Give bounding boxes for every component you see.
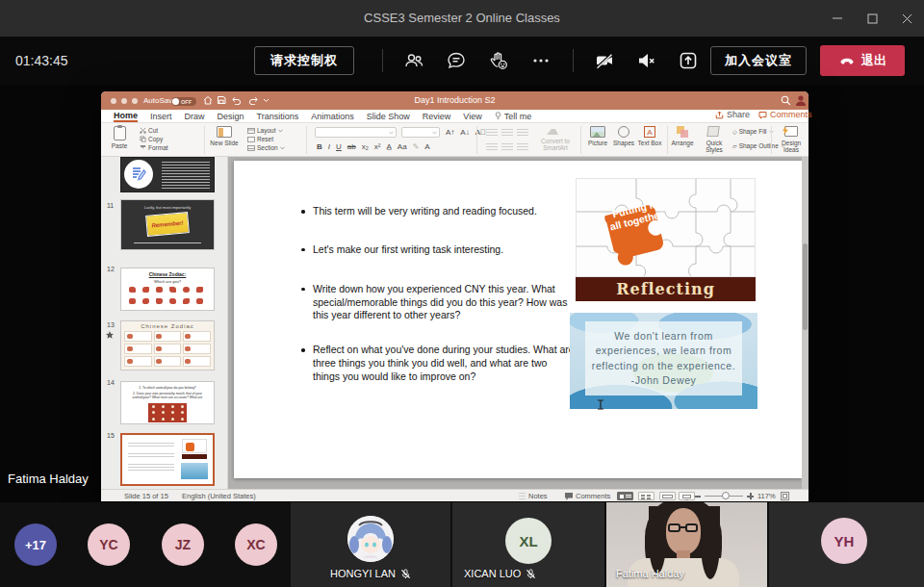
leave-button[interactable]: 退出 [820,45,905,76]
participant-avatar-jz[interactable]: JZ [162,523,204,566]
participant-avatar-yc[interactable]: YC [88,523,130,566]
line-spacing-icon[interactable] [517,143,528,151]
tab-design[interactable]: Design [218,110,244,122]
font-size-buttons[interactable]: A↑A↓A⃠ [446,128,486,137]
font-style-buttons[interactable]: BIUabx₂x²A̲Aa✎A [317,142,430,151]
minimize-button[interactable] [820,0,855,37]
chat-button[interactable] [443,47,470,74]
paste-button[interactable]: Paste [105,142,134,149]
language-status[interactable]: English (United States) [182,492,256,500]
indent-icon[interactable] [517,129,528,137]
thumbnail-slide-14[interactable]: 1. To which animal/year do you belong? 2… [120,381,215,424]
thumbnail-slide-11[interactable]: Lastly, but most importantly Remember! [120,199,215,250]
convert-smartart-button[interactable]: Convert to SmartArt [534,138,577,152]
tile-name-row: XICAN LUO [464,568,536,579]
tab-insert[interactable]: Insert [150,110,172,122]
thumb-number: 13 [107,321,115,328]
picture-button[interactable]: Picture [583,140,612,146]
ppt-comments-label: Comments [770,110,812,119]
slide-bullet: Let's make our first writing task intere… [299,243,575,257]
bullet-list-icon[interactable] [486,129,498,137]
zoom-out-button[interactable] [695,496,701,498]
new-slide-accent [218,128,223,137]
shape-fill-button[interactable]: ◇ Shape Fill [732,128,774,135]
tab-draw[interactable]: Draw [185,110,205,122]
thumbnail-slide-12[interactable]: Chinese Zodiac: Which are you? [120,268,215,311]
tab-animations[interactable]: Animations [311,110,354,122]
textbox-button[interactable]: Text Box [635,140,664,146]
tab-tellme[interactable]: Tell me [495,110,532,122]
video-tile-fatima-halday[interactable]: Fatima Halday [606,502,767,587]
share-screen-button[interactable] [675,47,702,74]
maximize-button[interactable] [855,0,889,37]
zodiac-blob [185,359,191,364]
notes-button[interactable]: Notes [519,492,548,500]
design-ideas-button[interactable]: Design Ideas [777,140,806,154]
quick-styles-icon [706,126,720,137]
close-button[interactable] [889,0,924,37]
font-color-icon: ✎ [413,142,420,151]
reading-view-button[interactable] [659,492,676,500]
current-slide: This term will be very writing and readi… [234,161,802,478]
zoom-slider-track[interactable] [705,496,743,497]
participant-avatar-xc[interactable]: XC [235,523,277,566]
chevron-down-icon [278,129,283,133]
thumbnail-slide-15-selected[interactable] [120,433,215,486]
numbered-list-icon[interactable] [501,129,513,137]
ppt-account-button[interactable] [795,94,807,107]
zodiac-blob [156,359,162,364]
zoom-slider-knob[interactable] [722,492,730,499]
status-comments-button[interactable]: Comments [565,492,610,500]
join-room-button[interactable]: 加入会议室 [710,46,807,75]
scrollbar-thumb[interactable] [803,243,808,330]
ppt-comments-button[interactable]: Comments [758,110,812,119]
quick-styles-button[interactable]: Quick Styles [700,140,729,154]
camera-off-button[interactable] [591,47,618,74]
video-tile-yh[interactable]: YH [769,502,924,587]
video-tile-hongyi-lan[interactable]: HONGYI LAN [291,502,450,587]
font-size-select[interactable] [401,127,440,138]
align-center-icon[interactable] [501,143,513,151]
section-button[interactable]: Section [247,144,285,151]
slide-sorter-button[interactable] [638,492,654,500]
tab-slideshow[interactable]: Slide Show [367,110,410,122]
new-slide-button[interactable]: New Slide [207,140,242,146]
video-tile-xican-luo[interactable]: XL XICAN LUO [452,502,604,587]
overflow-participants-badge[interactable]: +17 [14,523,57,566]
tab-review[interactable]: Review [423,110,451,122]
canvas-scrollbar[interactable] [802,157,808,489]
shapes-button[interactable]: Shapes [609,140,638,146]
notes-label: Notes [528,492,548,500]
thumbnail-slide-10[interactable] [120,157,215,192]
align-left-icon[interactable] [486,143,498,151]
font-name-select[interactable] [315,127,397,138]
zoom-in-button[interactable] [747,493,754,499]
ribbon-separator [580,126,581,154]
fit-slide-button[interactable] [781,492,789,500]
format-painter-button[interactable]: Format [140,144,168,151]
normal-view-button[interactable] [617,492,633,500]
cut-button[interactable]: Cut [140,127,158,134]
slide-thumbnail-panel: 11 Lastly, but most importantly Remember… [101,157,228,489]
tab-transitions[interactable]: Transitions [257,110,299,122]
more-options-button[interactable] [527,47,554,74]
ppt-search-button[interactable] [781,95,791,106]
ppt-share-button[interactable]: Share [715,110,750,119]
ibeam-cursor [597,399,604,410]
tab-home[interactable]: Home [114,110,138,122]
thumbnail-slide-13[interactable]: Chinese Zodiac [120,320,215,370]
audio-muted-button[interactable] [633,47,660,74]
reset-button[interactable]: Reset [247,136,273,142]
request-control-button[interactable]: 请求控制权 [254,46,354,75]
reactions-button[interactable] [485,47,512,74]
zoom-level[interactable]: 117% [757,492,776,500]
participants-button[interactable] [400,47,427,74]
copy-button[interactable]: Copy [140,136,163,142]
camera-off-icon [593,49,616,72]
slideshow-button[interactable] [679,492,695,500]
layout-button[interactable]: Layout [247,127,283,134]
tab-view[interactable]: View [463,110,481,122]
reset-label: Reset [257,136,273,142]
arrange-button[interactable]: Arrange [667,140,698,146]
participant-name: HONGYI LAN [330,568,396,579]
